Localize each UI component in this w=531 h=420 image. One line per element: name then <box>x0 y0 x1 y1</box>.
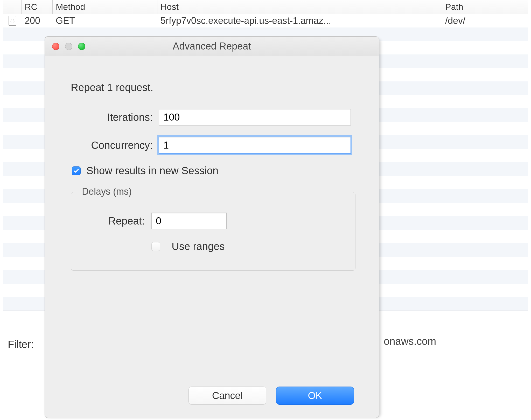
checkmark-icon <box>73 168 79 174</box>
advanced-repeat-dialog: Advanced Repeat Repeat 1 request. Iterat… <box>45 36 379 418</box>
cell-path: /dev/ <box>442 14 528 27</box>
dialog-buttons: Cancel OK <box>188 387 354 405</box>
concurrency-input[interactable] <box>159 137 351 153</box>
minimize-icon <box>65 43 72 50</box>
dialog-title: Advanced Repeat <box>45 41 379 52</box>
repeat-delay-label: Repeat: <box>81 215 151 227</box>
cell-method: GET <box>53 14 157 27</box>
cell-host: 5rfyp7v0sc.execute-api.us-east-1.amaz... <box>157 14 442 27</box>
column-header-host[interactable]: Host <box>157 0 442 14</box>
iterations-input[interactable] <box>159 109 351 125</box>
file-icon: { } <box>9 16 16 26</box>
column-header-icon[interactable] <box>3 0 22 14</box>
ok-button[interactable]: OK <box>276 387 354 405</box>
column-header-path[interactable]: Path <box>442 0 528 14</box>
use-ranges-label: Use ranges <box>172 241 225 252</box>
traffic-lights <box>52 37 85 56</box>
use-ranges-checkbox[interactable] <box>151 242 160 251</box>
close-icon[interactable] <box>52 43 59 50</box>
show-results-checkbox[interactable] <box>72 166 81 175</box>
dialog-subtitle: Repeat 1 request. <box>71 82 355 93</box>
show-results-label: Show results in new Session <box>86 165 218 177</box>
maximize-icon[interactable] <box>78 43 85 50</box>
delays-fieldset: Delays (ms) Repeat: Use ranges <box>71 192 355 271</box>
column-header-rc[interactable]: RC <box>22 0 53 14</box>
dialog-titlebar[interactable]: Advanced Repeat <box>45 37 379 56</box>
delays-legend: Delays (ms) <box>78 186 135 197</box>
filter-label: Filter: <box>8 339 34 350</box>
table-row[interactable]: { } 200 GET 5rfyp7v0sc.execute-api.us-ea… <box>3 14 528 27</box>
repeat-delay-input[interactable] <box>151 213 227 229</box>
iterations-label: Iterations: <box>71 111 159 123</box>
cancel-button[interactable]: Cancel <box>188 387 266 405</box>
table-header-row: RC Method Host Path <box>3 0 528 14</box>
cell-rc: 200 <box>22 14 53 27</box>
concurrency-label: Concurrency: <box>71 139 159 151</box>
column-header-method[interactable]: Method <box>53 0 157 14</box>
filter-value-fragment: onaws.com <box>384 335 436 347</box>
